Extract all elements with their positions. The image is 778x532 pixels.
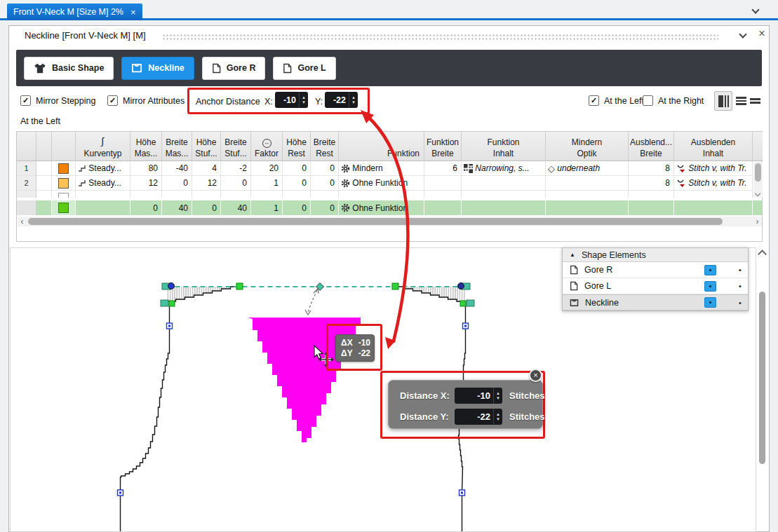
step-curve-icon bbox=[78, 164, 86, 172]
scroll-right-icon[interactable]: › bbox=[753, 217, 762, 226]
shape-elements-header[interactable]: ▲ Shape Elements bbox=[563, 248, 748, 262]
gear-icon bbox=[341, 203, 350, 212]
color-swatch-cell[interactable] bbox=[52, 161, 76, 176]
pattern-grid-icon bbox=[464, 164, 473, 173]
spin-arrows-icon[interactable]: ▲▼ bbox=[349, 92, 358, 108]
at-the-left-option: ✓ At the Left bbox=[589, 95, 644, 106]
gore-r-button[interactable]: Gore R bbox=[202, 57, 266, 80]
neckline-icon bbox=[570, 299, 579, 307]
selection-dot[interactable]: • bbox=[732, 299, 748, 307]
table-row: 2 Steady... 12 0 12 0 1 0 0 Ohne Funktio… bbox=[17, 176, 762, 191]
funktion-inhalt-cell[interactable]: Narrowing, s... bbox=[462, 161, 546, 176]
row-color-swatch[interactable] bbox=[58, 178, 69, 189]
selection-dot[interactable]: • bbox=[732, 282, 748, 290]
row-color-swatch[interactable] bbox=[58, 203, 69, 213]
spin-arrows-icon[interactable]: ▲▼ bbox=[493, 409, 502, 425]
tab-close-icon[interactable]: × bbox=[130, 8, 136, 17]
funktion-cell[interactable]: Mindern bbox=[339, 161, 424, 176]
neckline-editor-panel: Neckline [Front V-Neck M] [M] × Basic Sh… bbox=[8, 25, 770, 532]
color-swatch-cell[interactable] bbox=[52, 176, 76, 191]
gear-icon bbox=[341, 164, 350, 173]
anchor-y-spinner[interactable]: -22 ▲▼ bbox=[325, 92, 358, 108]
stepping-table: ∫Kurventyp HöheMas... BreiteMas... HöheS… bbox=[16, 131, 763, 242]
anchor-offset-arrow bbox=[305, 289, 318, 315]
visibility-toggle[interactable] bbox=[704, 265, 716, 275]
table-horizontal-scrollbar[interactable]: ‹ › bbox=[18, 217, 762, 226]
check-icon: ✓ bbox=[109, 96, 116, 105]
delta-tooltip: ΔX-10 ΔY-22 bbox=[335, 334, 375, 362]
gore-icon bbox=[283, 63, 292, 74]
shape-element-item-gore-l[interactable]: Gore L • bbox=[563, 278, 748, 294]
stitch-icon bbox=[676, 179, 686, 187]
gore-icon bbox=[570, 281, 578, 291]
check-icon: ✓ bbox=[591, 96, 597, 105]
tab-title: Front V-Neck M [Size M] 2% bbox=[13, 7, 123, 17]
scroll-left-icon[interactable]: ‹ bbox=[18, 217, 27, 226]
corner-handles[interactable] bbox=[161, 283, 474, 307]
spin-arrows-icon[interactable]: ▲▼ bbox=[299, 92, 308, 108]
document-tab[interactable]: Front V-Neck M [Size M] 2% × bbox=[7, 4, 142, 20]
step-curve-icon bbox=[78, 179, 86, 187]
kurventyp-cell[interactable]: Steady... bbox=[76, 161, 130, 176]
mirror-attributes-option: ✓ Mirror Attributes bbox=[107, 95, 185, 106]
neckline-icon bbox=[131, 63, 142, 73]
spin-arrows-icon[interactable]: ▲▼ bbox=[493, 388, 502, 404]
selection-dot[interactable]: • bbox=[732, 266, 748, 274]
at-the-left-checkbox[interactable]: ✓ bbox=[589, 95, 599, 106]
column-layout-icon[interactable] bbox=[714, 91, 732, 111]
anchor-y-label: Y: bbox=[315, 97, 323, 107]
shape-element-item-gore-r[interactable]: Gore R • bbox=[563, 262, 748, 278]
check-icon: ✓ bbox=[22, 96, 29, 105]
table-row: 1 Steady... 80 -40 4 -2 20 0 0 Mindern 6… bbox=[17, 161, 762, 176]
tshirt-icon bbox=[34, 63, 46, 74]
scroll-down-chevron-icon[interactable] bbox=[755, 191, 760, 196]
dialog-close-icon[interactable]: × bbox=[529, 369, 542, 382]
compact-layout-icon[interactable] bbox=[750, 98, 760, 104]
scrollbar-thumb[interactable] bbox=[28, 218, 723, 225]
canvas-scroll-up-icon[interactable] bbox=[758, 250, 767, 259]
funktion-cell[interactable]: Ohne Funktion bbox=[339, 176, 424, 191]
distance-y-spinner[interactable]: -22 ▲▼ bbox=[455, 409, 502, 425]
color-swatch-cell[interactable] bbox=[52, 200, 76, 215]
kurventyp-cell[interactable]: Steady... bbox=[76, 176, 130, 191]
visibility-toggle[interactable] bbox=[704, 297, 716, 308]
at-the-right-option: At the Right bbox=[643, 95, 704, 106]
mirror-attributes-checkbox[interactable]: ✓ bbox=[107, 95, 118, 106]
shape-element-item-neckline[interactable]: Neckline • bbox=[563, 294, 748, 311]
left-side-outline bbox=[121, 303, 170, 531]
scrollbar-thumb[interactable] bbox=[755, 163, 761, 182]
table-vertical-scrollbar[interactable] bbox=[753, 162, 763, 198]
gore-icon bbox=[570, 265, 578, 275]
ausblenden-inhalt-cell[interactable]: Stitch v, with Tr. bbox=[674, 176, 753, 191]
row-color-swatch[interactable] bbox=[58, 163, 69, 174]
integral-icon: ∫ bbox=[102, 135, 105, 148]
gear-icon bbox=[341, 179, 350, 188]
panel-close-icon[interactable]: × bbox=[756, 27, 768, 40]
canvas-scrollbar-thumb[interactable] bbox=[759, 292, 765, 464]
mirror-stepping-checkbox[interactable]: ✓ bbox=[20, 95, 31, 106]
panel-title: Neckline [Front V-Neck M] [M] bbox=[25, 30, 146, 41]
mindern-optik-cell[interactable]: ◇ underneath bbox=[546, 161, 629, 176]
gore-l-button[interactable]: Gore L bbox=[273, 57, 335, 80]
distance-x-spinner[interactable]: -10 ▲▼ bbox=[455, 388, 502, 404]
table-header-filler bbox=[753, 132, 763, 161]
panel-collapse-chevron-icon[interactable] bbox=[739, 30, 746, 38]
collapse-triangle-icon[interactable]: ▲ bbox=[570, 252, 575, 258]
funktion-cell[interactable]: Ohne Funktion bbox=[339, 200, 424, 215]
shape-elements-panel: ▲ Shape Elements Gore R • Gore L • Neckl… bbox=[562, 247, 749, 311]
anchor-x-spinner[interactable]: -10 ▲▼ bbox=[275, 92, 308, 108]
tab-list-chevron-down-icon[interactable] bbox=[751, 6, 759, 13]
shape-element-toolbar: Basic Shape Neckline Gore R Gore L bbox=[16, 50, 762, 86]
visibility-toggle[interactable] bbox=[704, 281, 716, 292]
neckline-button[interactable]: Neckline bbox=[121, 57, 194, 80]
diamond-icon: ◇ bbox=[548, 163, 555, 174]
basic-shape-button[interactable]: Basic Shape bbox=[24, 57, 114, 80]
table-caption: At the Left bbox=[20, 116, 60, 126]
list-layout-icon[interactable] bbox=[736, 97, 746, 105]
at-the-right-checkbox[interactable] bbox=[643, 95, 653, 106]
ausblenden-inhalt-cell[interactable]: Stitch v, with Tr. bbox=[674, 161, 753, 176]
tab-bar: Front V-Neck M [Size M] 2% × bbox=[0, 0, 778, 20]
row-color-swatch[interactable] bbox=[58, 193, 69, 198]
stitch-icon bbox=[676, 164, 686, 172]
table-header-row: ∫Kurventyp HöheMas... BreiteMas... HöheS… bbox=[17, 132, 762, 161]
